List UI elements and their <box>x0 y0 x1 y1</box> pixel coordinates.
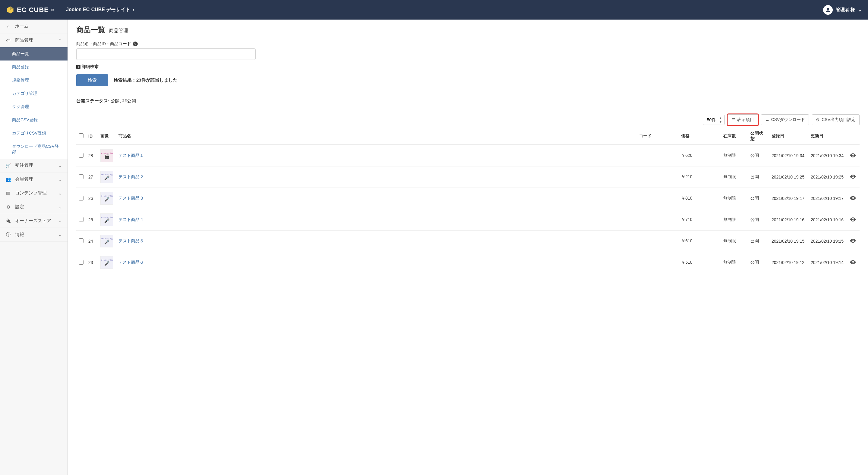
plug-icon: 🔌 <box>5 218 11 224</box>
chevron-down-icon: ⌄ <box>58 232 62 238</box>
brand-logo[interactable]: EC CUBE® <box>6 6 54 14</box>
cell-updated: 2021/02/10 19:16 <box>808 209 847 231</box>
search-button[interactable]: 検索 <box>76 74 108 86</box>
cell-price: ￥510 <box>679 252 721 273</box>
cell-id: 26 <box>86 188 98 209</box>
cloud-download-icon: ☁ <box>765 117 769 122</box>
user-avatar-icon <box>823 5 833 15</box>
csv-download-button[interactable]: ☁ CSVダウンロード <box>761 114 809 125</box>
page-heading: 商品一覧 <box>76 25 105 35</box>
nav-order[interactable]: 🛒 受注管理 ⌄ <box>0 159 67 172</box>
preview-icon[interactable] <box>850 175 856 180</box>
preview-icon[interactable] <box>850 196 856 201</box>
row-checkbox[interactable] <box>79 174 84 179</box>
nav-category-mgmt[interactable]: カテゴリ管理 <box>0 87 67 100</box>
cell-code <box>637 252 679 273</box>
cell-id: 24 <box>86 231 98 252</box>
select-all-checkbox[interactable] <box>79 133 84 138</box>
gear-icon: ⚙ <box>5 204 11 210</box>
info-icon: ⓘ <box>5 232 11 238</box>
cell-stock: 無制限 <box>721 209 748 231</box>
csv-settings-button[interactable]: ⚙ CSV出力項目設定 <box>812 114 860 125</box>
search-input[interactable] <box>76 48 255 60</box>
status-filter-display: 公開ステータス: 公開, 非公開 <box>76 98 860 104</box>
cell-id: 27 <box>86 166 98 188</box>
svg-point-1 <box>852 155 854 156</box>
row-checkbox[interactable] <box>79 217 84 222</box>
cell-updated: 2021/02/10 19:25 <box>808 166 847 188</box>
col-id: ID <box>86 128 98 145</box>
cell-price: ￥610 <box>679 231 721 252</box>
svg-point-4 <box>852 218 854 220</box>
row-checkbox[interactable] <box>79 196 84 201</box>
nav-class-mgmt[interactable]: 規格管理 <box>0 74 67 87</box>
per-page-select[interactable]: 50件 <box>703 115 724 125</box>
nav-product-csv[interactable]: 商品CSV登録 <box>0 113 67 127</box>
brand-text: EC CUBE <box>17 6 49 14</box>
preview-icon[interactable] <box>850 154 856 158</box>
user-menu[interactable]: 管理者 様 ⌄ <box>823 5 862 15</box>
cell-id: 25 <box>86 209 98 231</box>
nav-home[interactable]: ⌂ ホーム <box>0 20 67 33</box>
row-checkbox[interactable] <box>79 260 84 265</box>
help-icon[interactable]: ? <box>133 41 138 46</box>
nav-info[interactable]: ⓘ 情報 ⌄ <box>0 228 67 242</box>
product-name-link[interactable]: テスト商品１ <box>119 153 144 158</box>
nav-content[interactable]: ▤ コンテンツ管理 ⌄ <box>0 186 67 200</box>
cell-status: 公開 <box>748 209 769 231</box>
nav-product-register[interactable]: 商品登録 <box>0 61 67 74</box>
gear-icon: ⚙ <box>816 117 820 122</box>
search-result-count: 検索結果：23件が該当しました <box>114 77 178 83</box>
col-updated: 更新日 <box>808 128 847 145</box>
cell-code <box>637 231 679 252</box>
table-row: 25ダウンロード商品🎤テスト商品４￥710無制限公開2021/02/10 19:… <box>76 209 860 231</box>
display-columns-button[interactable]: ☰ 表示項目 <box>727 114 758 125</box>
chevron-down-icon: ⌄ <box>58 204 62 210</box>
nav-download-csv[interactable]: ダウンロード商品CSV登録 <box>0 140 67 159</box>
svg-point-6 <box>852 261 854 263</box>
cell-status: 公開 <box>748 188 769 209</box>
sidebar: ⌂ ホーム 🏷 商品管理 ⌃ 商品一覧 商品登録 規格管理 カテゴリ管理 タグ管… <box>0 20 68 475</box>
file-icon: ▤ <box>5 191 11 196</box>
product-thumbnail: ダウンロード商品🎤 <box>100 256 113 269</box>
table-row: 23ダウンロード商品🎤テスト商品６￥510無制限公開2021/02/10 19:… <box>76 252 860 273</box>
preview-icon[interactable] <box>850 260 856 265</box>
cell-created: 2021/02/10 19:25 <box>769 166 808 188</box>
cell-updated: 2021/02/10 19:34 <box>808 145 847 166</box>
nav-product-mgmt[interactable]: 🏷 商品管理 ⌃ <box>0 33 67 47</box>
cell-price: ￥810 <box>679 188 721 209</box>
nav-category-csv[interactable]: カテゴリCSV登録 <box>0 127 67 140</box>
svg-point-3 <box>852 197 854 198</box>
chevron-down-icon: ⌄ <box>58 163 62 168</box>
row-checkbox[interactable] <box>79 153 84 158</box>
col-name: 商品名 <box>116 128 637 145</box>
product-thumbnail: ダウンロード商品🎤 <box>100 235 113 247</box>
site-name-link[interactable]: Joolen EC-CUBE デモサイト › <box>66 7 134 13</box>
cell-stock: 無制限 <box>721 166 748 188</box>
product-name-link[interactable]: テスト商品４ <box>119 217 144 222</box>
preview-icon[interactable] <box>850 217 856 223</box>
nav-setting[interactable]: ⚙ 設定 ⌄ <box>0 200 67 214</box>
product-name-link[interactable]: テスト商品６ <box>119 260 144 265</box>
main-content: 商品一覧 商品管理 商品名・商品ID・商品コード ? + 詳細検索 検索 検索結… <box>68 20 868 475</box>
tag-icon: 🏷 <box>5 38 11 43</box>
nav-tag-mgmt[interactable]: タグ管理 <box>0 100 67 113</box>
plus-icon: + <box>76 65 81 69</box>
nav-product-list[interactable]: 商品一覧 <box>0 47 67 61</box>
nav-owner-store[interactable]: 🔌 オーナーズストア ⌄ <box>0 214 67 228</box>
cell-updated: 2021/02/10 19:14 <box>808 252 847 273</box>
home-icon: ⌂ <box>5 24 11 29</box>
advanced-search-toggle[interactable]: + 詳細検索 <box>76 64 860 70</box>
product-name-link[interactable]: テスト商品５ <box>119 238 144 243</box>
cell-stock: 無制限 <box>721 188 748 209</box>
cell-code <box>637 209 679 231</box>
svg-point-2 <box>852 176 854 177</box>
product-name-link[interactable]: テスト商品３ <box>119 196 144 201</box>
product-name-link[interactable]: テスト商品２ <box>119 174 144 179</box>
row-checkbox[interactable] <box>79 238 84 243</box>
preview-icon[interactable] <box>850 239 856 244</box>
nav-customer[interactable]: 👥 会員管理 ⌄ <box>0 172 67 186</box>
product-thumbnail: ダウンロード商品🎤 <box>100 213 113 226</box>
chevron-up-icon: ⌃ <box>58 38 62 43</box>
cell-created: 2021/02/10 19:15 <box>769 231 808 252</box>
